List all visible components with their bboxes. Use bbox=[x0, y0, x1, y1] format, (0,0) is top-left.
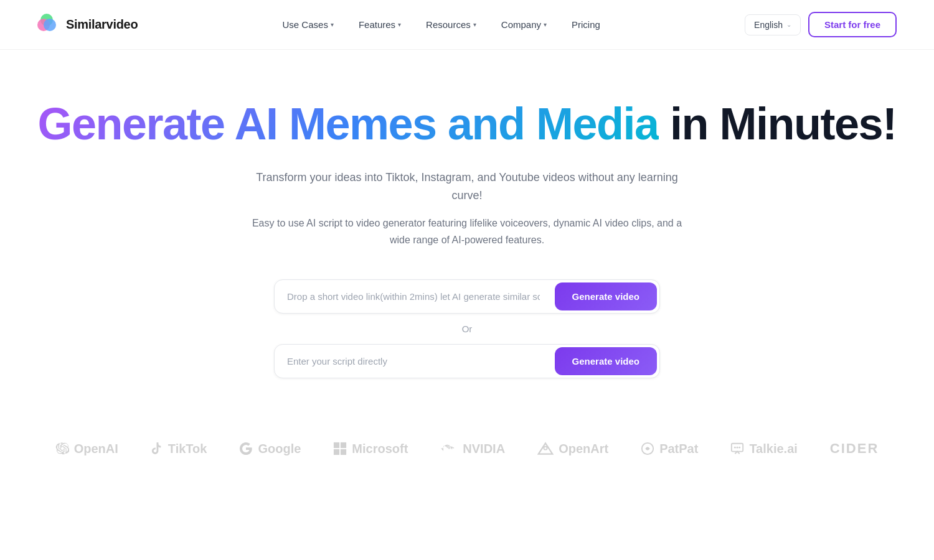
svg-point-9 bbox=[739, 447, 741, 449]
generate-video-button-1[interactable]: Generate video bbox=[555, 282, 657, 310]
hero-title-black: in Minutes! bbox=[659, 99, 897, 149]
start-free-button[interactable]: Start for free bbox=[808, 12, 897, 37]
logo-openart: OpenArt bbox=[537, 442, 608, 456]
chevron-down-icon: ▾ bbox=[473, 21, 476, 28]
nav-links: Use Cases ▾ Features ▾ Resources ▾ Compa… bbox=[273, 14, 610, 35]
logo-cider: CIDER bbox=[830, 441, 879, 457]
logo-nvidia-text: NVIDIA bbox=[463, 442, 505, 456]
chevron-down-icon: ▾ bbox=[398, 21, 401, 28]
hero-section: Generate AI Memes and Media in Minutes! … bbox=[0, 50, 934, 416]
hero-title-gradient: Generate AI Memes and Media bbox=[37, 99, 658, 149]
hero-title: Generate AI Memes and Media in Minutes! bbox=[37, 100, 896, 149]
script-input-row: Generate video bbox=[274, 344, 660, 378]
logo-openai: OpenAI bbox=[55, 442, 118, 456]
logo-talkie: Talkie.ai bbox=[730, 442, 797, 456]
nav-pricing[interactable]: Pricing bbox=[562, 14, 610, 35]
logo-nvidia: NVIDIA bbox=[440, 442, 505, 456]
svg-rect-0 bbox=[334, 442, 339, 448]
logo-text: Similarvideo bbox=[66, 17, 138, 32]
nav-company[interactable]: Company ▾ bbox=[491, 14, 557, 35]
logo-google: Google bbox=[239, 442, 301, 456]
generate-video-button-2[interactable]: Generate video bbox=[555, 347, 657, 375]
svg-point-4 bbox=[544, 447, 547, 450]
logo-talkie-text: Talkie.ai bbox=[749, 442, 797, 456]
video-link-input[interactable] bbox=[275, 280, 552, 313]
talkie-icon bbox=[730, 442, 744, 455]
logo-google-text: Google bbox=[258, 442, 301, 456]
or-divider: Or bbox=[462, 324, 473, 334]
logo-microsoft-text: Microsoft bbox=[352, 442, 408, 456]
google-icon bbox=[239, 442, 253, 455]
tiktok-icon bbox=[151, 442, 163, 455]
svg-point-7 bbox=[734, 447, 736, 449]
nav-resources[interactable]: Resources ▾ bbox=[416, 14, 486, 35]
svg-rect-1 bbox=[341, 442, 346, 448]
logo-microsoft: Microsoft bbox=[333, 442, 408, 456]
hero-description: Easy to use AI script to video generator… bbox=[249, 215, 685, 248]
nvidia-icon bbox=[440, 443, 458, 454]
nav-use-cases[interactable]: Use Cases ▾ bbox=[273, 14, 344, 35]
logo-tiktok-text: TikTok bbox=[168, 442, 207, 456]
logo[interactable]: Similarvideo bbox=[37, 17, 138, 32]
navbar: Similarvideo Use Cases ▾ Features ▾ Reso… bbox=[0, 0, 934, 50]
logo-patpat: PatPat bbox=[641, 442, 698, 456]
video-link-input-row: Generate video bbox=[274, 279, 660, 314]
logo-openai-text: OpenAI bbox=[74, 442, 118, 456]
logo-cider-text: CIDER bbox=[830, 441, 879, 457]
svg-point-8 bbox=[737, 447, 738, 449]
chevron-down-icon: ▾ bbox=[544, 21, 547, 28]
openart-icon bbox=[537, 442, 554, 455]
patpat-icon bbox=[641, 442, 654, 455]
microsoft-icon bbox=[333, 442, 347, 455]
input-section: Generate video Or Generate video bbox=[274, 279, 660, 378]
chevron-down-icon: ⌄ bbox=[786, 21, 791, 28]
language-selector[interactable]: English ⌄ bbox=[745, 14, 801, 35]
nav-right: English ⌄ Start for free bbox=[745, 12, 897, 37]
svg-rect-3 bbox=[341, 449, 346, 455]
partner-logos: OpenAI TikTok Google Microsoft NVI bbox=[0, 416, 934, 494]
script-input[interactable] bbox=[275, 345, 552, 378]
nav-features[interactable]: Features ▾ bbox=[349, 14, 411, 35]
openai-icon bbox=[55, 442, 69, 455]
logo-tiktok: TikTok bbox=[151, 442, 207, 456]
hero-subtitle: Transform your ideas into Tiktok, Instag… bbox=[249, 169, 685, 205]
logo-patpat-text: PatPat bbox=[659, 442, 698, 456]
logo-icon bbox=[37, 17, 60, 32]
svg-rect-2 bbox=[334, 449, 339, 455]
chevron-down-icon: ▾ bbox=[331, 21, 334, 28]
logo-openart-text: OpenArt bbox=[559, 442, 608, 456]
